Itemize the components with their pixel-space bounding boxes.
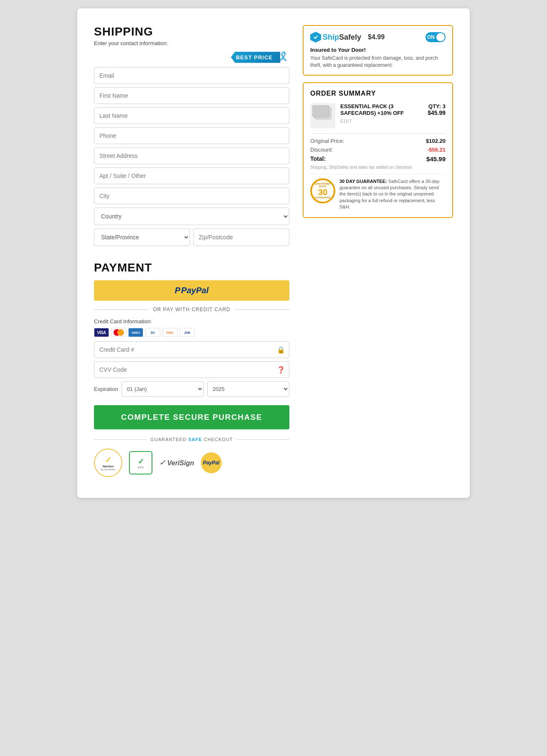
street-address-field[interactable] (94, 147, 289, 164)
lock-icon: 🔒 (277, 346, 285, 354)
norton-checkmark-icon: ✓ (105, 455, 112, 465)
discount-value: -$56.21 (427, 147, 446, 153)
paypal-p-icon: P (175, 286, 180, 295)
order-summary-title: ORDER SUMMARY (310, 90, 446, 97)
cc-number-field[interactable] (94, 341, 289, 358)
acs-checkmark-icon: ✓ (138, 457, 144, 466)
last-name-field[interactable] (94, 107, 289, 124)
guarantee-title: 30 DAY GUARANTEE: (339, 179, 387, 184)
order-item-info: ESSENTIAL PACK (3 SAFECARDS) +10% OFF QT… (340, 103, 446, 124)
safe-word: SAFE (188, 437, 202, 442)
norton-badge: ✓ Norton by Symantec (94, 449, 122, 477)
discount-row: Discount: -$56.21 (310, 147, 446, 153)
jcb-icon: JCB (180, 328, 195, 337)
main-layout: SHIPPING Enter your contact information:… (94, 25, 453, 477)
left-column: SHIPPING Enter your contact information:… (94, 25, 289, 477)
paypal-button[interactable]: P PayPal (94, 280, 289, 301)
ship-safely-description: Your SafeCard is protected from damage, … (310, 55, 446, 69)
verisign-text: ✓ VeriSign (159, 458, 194, 467)
paypal-badge-text: PayPal (203, 460, 219, 466)
ship-safely-price: $4.99 (368, 33, 385, 41)
verisign-sign: VeriSign (167, 459, 194, 467)
seal-top-text: 100% MONEY BACK (312, 183, 334, 188)
order-item: ESSENTIAL PACK (3 SAFECARDS) +10% OFF QT… (310, 103, 446, 128)
seal-days: 30 (318, 188, 327, 196)
ship-name-part1: Ship (323, 33, 339, 41)
cvv-wrap: ❓ (94, 361, 289, 378)
country-select[interactable]: Country United States Canada United King… (94, 208, 289, 225)
norton-label: Norton (103, 465, 114, 469)
guaranteed-after: CHECKOUT (202, 437, 233, 442)
right-column: ShipSafely $4.99 ON Insured to Your Door… (303, 25, 453, 218)
card-stack-icon (312, 105, 333, 126)
diners-icon: DC (145, 328, 160, 337)
or-divider-text: OR PAY WITH CREDIT CARD (153, 307, 230, 312)
city-field[interactable] (94, 188, 289, 204)
guaranteed-text: GUARANTEED SAFE CHECKOUT (150, 437, 233, 442)
item-price: $45.99 (428, 109, 446, 116)
ship-safely-header: ShipSafely $4.99 ON (310, 32, 446, 43)
item-qty: QTY: 3 (428, 103, 446, 109)
ship-safely-card: ShipSafely $4.99 ON Insured to Your Door… (303, 25, 453, 76)
expiry-year-select[interactable]: 2025 2026 2027 2028 2029 2030 (207, 381, 289, 397)
amex-icon: AMEX (128, 328, 143, 337)
settled-note: Shipping, ShipSafely and sales tax settl… (310, 165, 446, 170)
expiry-month-select[interactable]: 01 (Jan) 02 (Feb) 03 (Mar) 04 (Apr) 05 (… (122, 381, 204, 397)
ship-safely-logo: ShipSafely (310, 32, 361, 43)
ship-name-part2: Safely (339, 33, 361, 41)
toggle-knob (436, 33, 445, 41)
item-name: ESSENTIAL PACK (3 SAFECARDS) +10% OFF (340, 103, 424, 117)
discount-label: Discount: (310, 147, 333, 153)
paypal-trust-badge: PayPal (201, 452, 222, 473)
original-price-label: Original Price: (310, 138, 344, 144)
order-item-image (310, 103, 335, 128)
original-price-value: $102.20 (426, 138, 446, 144)
first-name-field[interactable] (94, 87, 289, 104)
zip-field[interactable] (193, 228, 289, 246)
ship-safely-name: ShipSafely (323, 33, 361, 42)
guarantee-seal: 100% MONEY BACK 30 GUARANTEE (310, 178, 335, 203)
shipping-subtitle: Enter your contact information: (94, 40, 289, 46)
acs-badge: ✓ ACS (129, 451, 152, 474)
guarantee-text: 30 DAY GUARANTEE: SafeCard offers a 30-d… (339, 178, 446, 211)
toggle-on-label: ON (427, 34, 435, 40)
order-summary-card: ORDER SUMMARY ESSENTIAL PACK (3 SAFECARD… (303, 82, 453, 218)
total-row: Total: $45.99 (310, 155, 446, 162)
norton-sub-label: by Symantec (101, 468, 116, 471)
visa-icon: VISA (94, 328, 109, 337)
total-label: Total: (310, 155, 326, 162)
cc-number-wrap: 🔒 (94, 341, 289, 358)
or-divider: OR PAY WITH CREDIT CARD (94, 307, 289, 312)
phone-field[interactable] (94, 127, 289, 144)
ship-safely-headline: Insured to Your Door! (310, 47, 446, 53)
order-divider (310, 133, 446, 134)
complete-purchase-button[interactable]: COMPLETE SECURE PURCHASE (94, 405, 289, 429)
cvv-field[interactable] (94, 361, 289, 378)
ship-safely-toggle[interactable]: ON (425, 32, 446, 42)
edit-button[interactable]: EDIT (340, 119, 446, 124)
mastercard-icon (111, 328, 126, 337)
seal-bottom-text: GUARANTEE (315, 196, 331, 199)
help-icon: ❓ (277, 366, 285, 374)
total-value: $45.99 (426, 155, 446, 162)
email-field[interactable] (94, 67, 289, 84)
best-price-banner: BEST PRICE 🎗 (94, 51, 289, 63)
card-icons: VISA AMEX DC DISC JCB (94, 328, 289, 337)
state-select[interactable]: State/Province Alabama California New Yo… (94, 228, 190, 246)
guaranteed-checkout-row: GUARANTEED SAFE CHECKOUT (94, 437, 289, 442)
verisign-veri: ✓ (159, 459, 165, 467)
trust-badges: ✓ Norton by Symantec ✓ ACS ✓ VeriSign (94, 449, 289, 477)
page-container: SHIPPING Enter your contact information:… (77, 8, 470, 498)
discover-icon: DISC (162, 328, 177, 337)
shipping-title: SHIPPING (94, 25, 289, 38)
apt-field[interactable] (94, 167, 289, 184)
ship-safely-body: Insured to Your Door! Your SafeCard is p… (310, 47, 446, 69)
cc-label: Credit Card Information: (94, 318, 289, 325)
verisign-badge: ✓ VeriSign (159, 458, 194, 467)
paypal-text: PayPal (181, 286, 209, 295)
guaranteed-before: GUARANTEED (150, 437, 188, 442)
ship-shield-icon (310, 32, 321, 43)
expiry-label: Expiration (94, 386, 118, 392)
acs-label: ACS (138, 466, 144, 469)
guarantee-row: 100% MONEY BACK 30 GUARANTEE 30 DAY GUAR… (310, 174, 446, 211)
